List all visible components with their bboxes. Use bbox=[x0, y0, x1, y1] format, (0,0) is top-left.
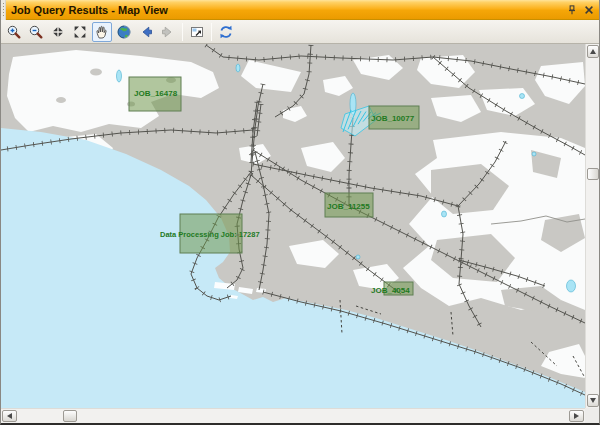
vertical-scrollbar[interactable] bbox=[585, 44, 599, 408]
scrollbar-corner bbox=[585, 408, 599, 423]
close-icon bbox=[583, 4, 595, 16]
forward-icon bbox=[160, 24, 176, 40]
panel-title: Job Query Results - Map View bbox=[6, 4, 565, 16]
pin-icon bbox=[566, 4, 578, 16]
horizontal-scroll-thumb[interactable] bbox=[63, 410, 77, 422]
pin-button[interactable] bbox=[565, 3, 579, 17]
zoom-in-button[interactable] bbox=[4, 22, 24, 42]
pan-button[interactable] bbox=[92, 22, 112, 42]
job-label: JOB_16478 bbox=[134, 89, 178, 98]
back-icon bbox=[138, 24, 154, 40]
refresh-icon bbox=[218, 24, 234, 40]
scroll-right-button[interactable] bbox=[569, 410, 584, 422]
fixed-zoom-out-icon bbox=[72, 24, 88, 40]
job-label: JOB_10077 bbox=[371, 114, 415, 123]
zoom-in-icon bbox=[6, 24, 22, 40]
scroll-down-icon bbox=[590, 398, 596, 403]
zoom-to-job-icon bbox=[189, 24, 205, 40]
scroll-left-button[interactable] bbox=[2, 410, 17, 422]
map-viewport[interactable]: JOB_16478JOB_10077JOB_11255Data Processi… bbox=[1, 44, 585, 408]
close-button[interactable] bbox=[582, 3, 596, 17]
job-query-results-map-view-panel: Job Query Results - Map View JOB_16478JO… bbox=[0, 0, 600, 425]
toolbar-separator bbox=[211, 23, 212, 41]
zoom-out-button[interactable] bbox=[26, 22, 46, 42]
map-toolbar bbox=[1, 20, 599, 44]
job-label: JOB_4054 bbox=[371, 286, 410, 295]
fixed-zoom-out-button[interactable] bbox=[70, 22, 90, 42]
scroll-right-icon bbox=[574, 413, 579, 419]
forward-button[interactable] bbox=[158, 22, 178, 42]
scroll-up-icon bbox=[590, 49, 596, 54]
scroll-left-icon bbox=[7, 413, 12, 419]
job-label: Data Processing Job: 17287 bbox=[160, 230, 260, 239]
docking-grip[interactable] bbox=[1, 0, 6, 20]
zoom-out-icon bbox=[28, 24, 44, 40]
zoom-to-job-button[interactable] bbox=[187, 22, 207, 42]
full-extent-button[interactable] bbox=[114, 22, 134, 42]
map-content-area: JOB_16478JOB_10077JOB_11255Data Processi… bbox=[1, 44, 599, 423]
full-extent-icon bbox=[116, 24, 132, 40]
job-label: JOB_11255 bbox=[327, 202, 370, 211]
back-button[interactable] bbox=[136, 22, 156, 42]
map-canvas[interactable]: JOB_16478JOB_10077JOB_11255Data Processi… bbox=[1, 44, 585, 408]
panel-titlebar: Job Query Results - Map View bbox=[1, 0, 599, 20]
horizontal-scrollbar[interactable] bbox=[1, 408, 585, 423]
refresh-button[interactable] bbox=[216, 22, 236, 42]
scroll-up-button[interactable] bbox=[587, 45, 599, 58]
fixed-zoom-in-button[interactable] bbox=[48, 22, 68, 42]
pan-icon bbox=[94, 24, 110, 40]
fixed-zoom-in-icon bbox=[50, 24, 66, 40]
toolbar-separator bbox=[182, 23, 183, 41]
vertical-scroll-thumb[interactable] bbox=[587, 168, 599, 180]
scroll-down-button[interactable] bbox=[587, 394, 599, 407]
